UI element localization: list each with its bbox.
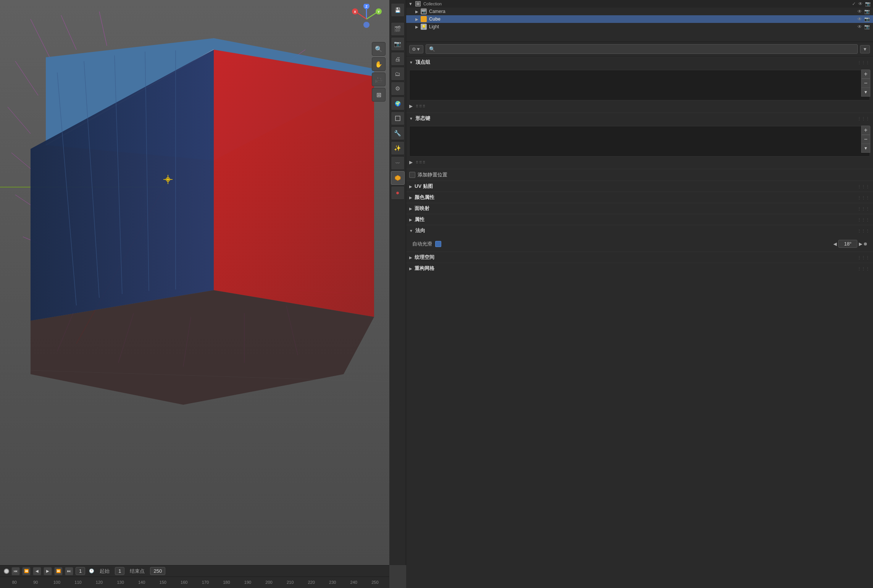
frame-start-value[interactable]: 1 — [115, 567, 124, 575]
section-rest-position[interactable]: 添加静置位置 — [406, 169, 873, 181]
rest-position-checkbox[interactable] — [409, 172, 415, 178]
texture-space-title: 纹理空间 — [415, 254, 857, 261]
normals-content: 自动光滑 ◀ 18° ▶ — [406, 236, 873, 252]
light-label: Light — [429, 24, 439, 29]
cube-eye-icon[interactable]: 👁 — [857, 16, 862, 22]
viewport[interactable]: Z Y X 🔍 ✋ 🎥 ⊞ — [0, 0, 389, 565]
current-frame[interactable]: 1 — [76, 567, 85, 575]
section-uv-map[interactable]: ▶ UV 贴图 ⋮⋮⋮ — [406, 181, 873, 192]
vertex-group-down-btn[interactable]: ▼ — [861, 87, 870, 97]
outliner-item-light[interactable]: ▶ 💡 Light 👁 📷 — [406, 23, 873, 31]
vertex-group-dotgrid: ⠿⠿⠿ — [416, 104, 426, 108]
light-render-icon[interactable]: 📷 — [864, 24, 870, 29]
modifier-icon-btn[interactable]: 🔧 — [391, 126, 405, 140]
scene-icon-btn[interactable]: 🎬 — [391, 22, 405, 36]
angle-right-arrow[interactable]: ▶ — [859, 241, 862, 247]
step-forward[interactable]: ⏩ — [54, 567, 63, 575]
camera-render-icon[interactable]: 📷 — [864, 9, 870, 14]
svg-point-51 — [167, 179, 169, 180]
object-icon-btn[interactable] — [391, 111, 405, 125]
vertex-group-dots: ⋮⋮⋮ — [857, 60, 870, 65]
uv-map-chevron: ▶ — [409, 184, 412, 189]
section-texture-space[interactable]: ▶ 纹理空间 ⋮⋮⋮ — [406, 252, 873, 263]
frame-end-value[interactable]: 250 — [150, 567, 165, 575]
svg-marker-68 — [422, 17, 426, 21]
svg-text:Y: Y — [378, 10, 380, 14]
properties-search-input[interactable] — [426, 44, 858, 54]
angle-left-arrow[interactable]: ◀ — [833, 241, 837, 247]
svg-marker-65 — [395, 175, 400, 181]
shape-keys-title: 形态键 — [415, 115, 857, 122]
save-icon-btn[interactable]: 💾 — [391, 3, 405, 17]
axis-gizmo[interactable]: Z Y X — [351, 4, 382, 34]
mesh-canvas — [0, 0, 389, 565]
texture-space-chevron: ▶ — [409, 255, 412, 260]
pan-tool[interactable]: ✋ — [372, 57, 386, 71]
render-icon-btn[interactable]: 📷 — [391, 37, 405, 51]
section-shape-keys[interactable]: ▼ 形态键 ⋮⋮⋮ — [406, 113, 873, 124]
viewport-tools: 🔍 ✋ 🎥 ⊞ — [372, 42, 386, 102]
outliner-eye-icon[interactable]: 👁 — [858, 1, 863, 6]
grid-tool[interactable]: ⊞ — [372, 88, 386, 102]
search-dropdown-btn[interactable]: ▼ — [860, 45, 870, 53]
zoom-tool[interactable]: 🔍 — [372, 42, 386, 56]
data-icon-btn[interactable] — [391, 171, 405, 185]
properties-icon-bar: 💾 🎬 📷 🖨 🗂 ⚙ 🌍 🔧 ✨ 〰 ● — [389, 0, 406, 565]
attributes-dots: ⋮⋮⋮ — [857, 218, 870, 222]
skip-to-start[interactable]: ⏮ — [11, 567, 20, 575]
shape-keys-add-btn[interactable]: + — [861, 126, 870, 135]
vertex-group-play-btn[interactable]: ▶ — [409, 103, 413, 109]
outliner-item-cube[interactable]: ▶ Cube 👁 📷 — [406, 15, 873, 23]
color-attr-title: 颜色属性 — [415, 194, 857, 201]
svg-line-57 — [366, 12, 377, 19]
step-back[interactable]: ⏪ — [22, 567, 31, 575]
vertex-group-add-btn[interactable]: + — [861, 69, 870, 79]
skip-to-end[interactable]: ⏭ — [65, 567, 73, 575]
section-color-attr[interactable]: ▶ 颜色属性 ⋮⋮⋮ — [406, 192, 873, 203]
section-remesh[interactable]: ▶ 重构网格 ⋮⋮⋮ — [406, 263, 873, 274]
vertex-group-remove-btn[interactable]: − — [861, 79, 870, 88]
section-attributes[interactable]: ▶ 属性 ⋮⋮⋮ — [406, 214, 873, 225]
material-icon-btn[interactable]: ● — [391, 186, 405, 200]
camera-eye-icon[interactable]: 👁 — [857, 9, 862, 14]
shape-keys-list — [409, 126, 870, 157]
uv-map-dots: ⋮⋮⋮ — [857, 184, 870, 189]
physics-icon-btn[interactable]: 〰 — [391, 156, 405, 170]
camera-tool[interactable]: 🎥 — [372, 73, 386, 86]
frame-ruler: 80 90 100 110 120 130 140 150 160 170 18… — [0, 577, 389, 588]
cube-render-icon[interactable]: 📷 — [864, 16, 870, 22]
auto-smooth-checkbox[interactable] — [435, 241, 441, 247]
svg-marker-40 — [214, 50, 374, 317]
shape-keys-remove-btn[interactable]: − — [861, 135, 870, 144]
outliner-camera-icon[interactable]: 📷 — [865, 1, 871, 6]
play-reverse[interactable]: ◀ — [33, 567, 41, 575]
angle-value[interactable]: 18° — [838, 240, 857, 248]
color-attr-dots: ⋮⋮⋮ — [857, 195, 870, 200]
properties-search-bar: ⚙▼ ▼ — [406, 42, 873, 57]
section-normals[interactable]: ▼ 法向 ⋮⋮⋮ — [406, 225, 873, 236]
ruler-tick: 250 — [365, 580, 386, 585]
ruler-tick: 160 — [174, 580, 195, 585]
remesh-title: 重构网格 — [415, 265, 857, 272]
shape-keys-down-btn[interactable]: ▼ — [861, 144, 870, 153]
play-forward[interactable]: ▶ — [44, 567, 52, 575]
light-eye-icon[interactable]: 👁 — [857, 24, 862, 29]
scene2-icon-btn[interactable]: ⚙ — [391, 82, 405, 95]
shape-keys-dots: ⋮⋮⋮ — [857, 116, 870, 121]
shape-keys-play-btn[interactable]: ▶ — [409, 160, 413, 165]
attributes-title: 属性 — [415, 216, 857, 223]
world-icon-btn[interactable]: 🌍 — [391, 97, 405, 110]
section-vertex-group[interactable]: ▼ 顶点组 ⋮⋮⋮ — [406, 57, 873, 68]
section-face-map[interactable]: ▶ 面映射 ⋮⋮⋮ — [406, 203, 873, 214]
particles-icon-btn[interactable]: ✨ — [391, 141, 405, 155]
face-map-dots: ⋮⋮⋮ — [857, 207, 870, 211]
ruler-tick: 130 — [110, 580, 131, 585]
view-layer-icon-btn[interactable]: 🗂 — [391, 67, 405, 81]
props-dropdown-btn[interactable]: ⚙▼ — [409, 45, 423, 53]
outliner-item-camera[interactable]: ▶ 📷 Camera 👁 📷 — [406, 8, 873, 15]
svg-rect-64 — [395, 116, 400, 121]
ruler-tick: 100 — [46, 580, 68, 585]
ruler-tick: 210 — [279, 580, 301, 585]
ruler-tick: 200 — [258, 580, 280, 585]
output-icon-btn[interactable]: 🖨 — [391, 52, 405, 66]
